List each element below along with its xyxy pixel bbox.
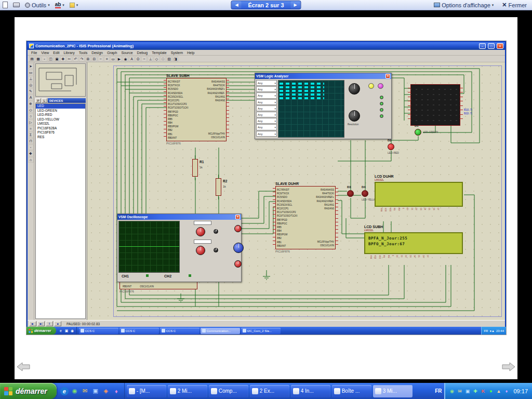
menu-item[interactable]: Source (119, 51, 135, 55)
level-knob[interactable] (234, 260, 242, 268)
device-item[interactable]: LED-YELLOW (36, 117, 85, 122)
toolbar-icon[interactable]: ✂ (66, 56, 72, 62)
mode-icon[interactable]: ◇ (28, 107, 34, 113)
device-item[interactable]: RES (36, 135, 85, 140)
led-d2[interactable]: D2 LED-RED (388, 143, 419, 150)
mode-icon[interactable]: ⊓ (28, 138, 34, 144)
led-d3[interactable]: D3 (347, 190, 357, 197)
start-button[interactable]: démarrer (0, 383, 57, 399)
device-item[interactable]: PIC16F628A (36, 126, 85, 131)
tray-icon[interactable]: K (480, 388, 486, 394)
task-button[interactable]: - [M... (127, 385, 166, 397)
logic-analyser-window[interactable]: VSM Logic Analyser ✕ AnyAnyAnyAnyAnyAnyA… (255, 73, 392, 139)
close-icon[interactable]: ✕ (385, 74, 390, 78)
task-button[interactable]: 2 Ex... (250, 385, 289, 397)
toolbar-icon[interactable]: ▣ (54, 56, 60, 62)
toolbar-icon[interactable]: ⊞ (85, 56, 91, 62)
device-item[interactable]: PIC16F876 (36, 130, 85, 135)
next-screen-button[interactable]: ▶ (291, 1, 300, 9)
menu-item[interactable]: System (169, 51, 185, 55)
mode-icon[interactable]: Σ (28, 132, 34, 138)
mode-icon[interactable]: A (28, 95, 34, 100)
toolbar-icon[interactable]: ↷ (79, 56, 85, 62)
tray-icon[interactable]: ▲ (491, 329, 495, 332)
toolbar-icon[interactable]: □ (160, 56, 166, 62)
toolbar-icon[interactable]: ⊟ (91, 56, 97, 62)
toolbar-icon[interactable]: ✚ (60, 56, 66, 62)
status-led[interactable] (380, 108, 383, 112)
channel-trigger-select[interactable]: Any (256, 86, 277, 92)
menu-item[interactable]: Design (89, 51, 105, 55)
toolbar-icon[interactable]: ↶ (73, 56, 78, 62)
quick-launch-icon[interactable]: ◉ (71, 387, 79, 395)
menu-item[interactable]: View (39, 51, 51, 55)
menu-item[interactable]: Library (61, 51, 76, 55)
channel-trigger-select[interactable]: Any (256, 131, 277, 137)
quick-launch-icon[interactable]: ◉ (70, 329, 75, 333)
channel-trigger-select[interactable]: Any (256, 92, 277, 98)
task-button[interactable]: CCS C (160, 328, 200, 334)
overview-thumbnail[interactable] (35, 63, 86, 97)
cursor-button[interactable] (368, 83, 374, 89)
tray-icon[interactable]: ✉ (456, 388, 463, 394)
simulation-control-button[interactable]: ▶| (37, 321, 45, 326)
pick-devices-button[interactable]: P (35, 98, 41, 103)
channel-trigger-select[interactable]: Any (256, 80, 277, 86)
simulation-control-button[interactable]: ‖ (46, 321, 53, 326)
device-item[interactable]: LED (36, 104, 85, 109)
slave-duhr-chip[interactable]: SLAVE DUHR RC7/RX/DTRC6/TX/CKRC5/SDORC4/… (275, 182, 336, 253)
mode-icon[interactable]: ◎ (28, 82, 34, 88)
close-button[interactable]: ✕ (497, 43, 503, 49)
device-item[interactable]: LED-RED (36, 113, 85, 117)
menu-item[interactable]: Tools (77, 51, 89, 55)
tray-icon[interactable]: ◉ (448, 388, 455, 394)
close-viewer-button[interactable]: ✕ Fermer (499, 1, 529, 10)
menu-item[interactable]: Debug (135, 51, 150, 55)
close-icon[interactable]: ✕ (235, 215, 240, 219)
toolbar-icon[interactable]: ◫ (48, 56, 54, 62)
menu-item[interactable]: File (29, 51, 39, 55)
window-titlebar[interactable]: VSM Logic Analyser ✕ (255, 73, 391, 79)
led-d1[interactable]: D1 LED-GREEN (415, 129, 446, 136)
task-button[interactable]: 2 Mi... (168, 385, 207, 397)
language-indicator[interactable]: FR (484, 329, 488, 332)
toolbar-icon[interactable]: Ω (135, 56, 141, 62)
toolbar-icon[interactable]: ▫ (42, 56, 47, 62)
toolbar-icon[interactable]: ≡ (104, 56, 110, 62)
task-button[interactable]: Communication... (201, 328, 240, 334)
simulation-control-button[interactable]: ■ (54, 321, 61, 326)
prev-screen-button[interactable]: ◀ (232, 1, 241, 9)
trigger-knob[interactable] (234, 225, 242, 232)
tray-icon[interactable]: ♦ (503, 388, 510, 394)
mode-icon[interactable]: ▭ (28, 70, 34, 75)
marker-button[interactable] (378, 83, 383, 89)
timebase-knob[interactable] (233, 243, 244, 253)
task-button[interactable]: 3 Mi... (373, 385, 413, 397)
print-button[interactable] (10, 1, 22, 10)
display-options-button[interactable]: Options d'affichage ▾ (431, 1, 496, 10)
library-button[interactable]: L (42, 98, 47, 103)
minimize-button[interactable]: – (479, 43, 486, 49)
ch1-volts-knob[interactable] (196, 227, 205, 236)
tools-menu-button[interactable]: Outils ▾ (22, 1, 52, 10)
scale-knob[interactable] (349, 83, 360, 95)
mode-icon[interactable]: ⊕ (28, 101, 34, 107)
mode-icon[interactable]: ◦ (28, 144, 34, 150)
toolbar-icon[interactable]: ▦ (35, 56, 41, 62)
tray-icon[interactable]: ● (487, 388, 494, 394)
quick-launch-icon[interactable]: ✉ (81, 387, 89, 395)
menu-item[interactable]: Template (150, 51, 168, 55)
menu-item[interactable]: Graph (105, 51, 119, 55)
slave-subh-chip[interactable]: SLAVE SUBH RC7/RX/DTRC6/TX/CKRC5/SDORC4/… (166, 74, 227, 145)
channel-trigger-select[interactable]: Any (256, 99, 277, 105)
status-led[interactable] (380, 114, 383, 118)
quick-launch-icon[interactable]: ◈ (102, 387, 110, 395)
spellcheck-button[interactable]: ab ▾ (52, 1, 67, 10)
master-pic-chip[interactable]: RB0/INT OSC1/CLKIN PIC16F876 (119, 281, 197, 293)
quick-launch-icon[interactable]: ▣ (64, 329, 69, 333)
ch2-volts-knob[interactable] (196, 246, 205, 255)
oscilloscope-window[interactable]: VSM Oscilloscope ✕ CH (117, 214, 242, 282)
schematic-canvas[interactable]: SLAVE SUBH RC7/RX/DTRC6/TX/CKRC5/SDORC4/… (87, 62, 505, 320)
toolbar-icon[interactable]: ▶ (116, 56, 122, 62)
highlight-button[interactable]: ▾ (67, 1, 81, 10)
